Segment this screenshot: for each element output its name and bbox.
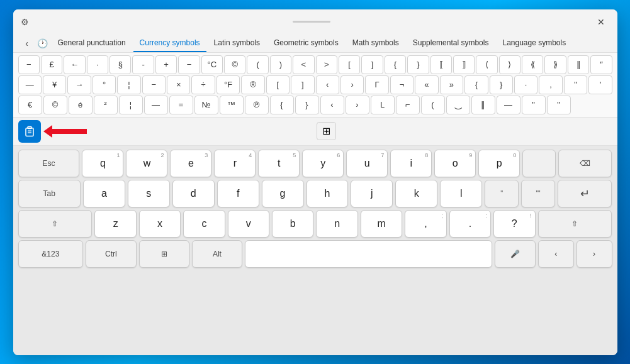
alt-key[interactable]: Alt	[192, 240, 242, 268]
sym-key[interactable]: [	[339, 55, 360, 74]
s-key[interactable]: s	[128, 180, 170, 207]
right-shift-key[interactable]: ⇧	[538, 210, 612, 238]
sym-key[interactable]: >	[316, 55, 337, 74]
sym-key[interactable]: ‐	[132, 55, 154, 74]
sym-key[interactable]: }	[490, 75, 513, 94]
sym-key[interactable]: —	[18, 75, 42, 94]
l-key[interactable]: l	[440, 180, 482, 207]
a-key[interactable]: a	[83, 180, 125, 207]
sym-key[interactable]: —	[144, 96, 168, 114]
p-key[interactable]: 0p	[478, 150, 520, 177]
windows-key[interactable]: ⊞	[139, 240, 189, 268]
tab-currency-symbols[interactable]: Currency symbols	[133, 35, 206, 52]
sym-key[interactable]: «	[415, 75, 438, 94]
sym-key[interactable]: <	[293, 55, 314, 74]
sym-key[interactable]: ‖	[568, 55, 589, 74]
sym-key[interactable]: (	[247, 55, 268, 74]
sym-key[interactable]: ‿	[446, 96, 470, 114]
tab-general-punctuation[interactable]: General punctuation	[52, 35, 132, 52]
mic-key[interactable]: 🎤	[495, 240, 536, 268]
sym-key[interactable]: }	[407, 55, 429, 74]
o-key[interactable]: 9o	[434, 150, 476, 177]
emoji-clipboard-button[interactable]	[18, 120, 41, 143]
g-key[interactable]: g	[262, 180, 304, 207]
sym-key[interactable]: ‹	[316, 75, 339, 94]
d-key[interactable]: d	[172, 180, 215, 207]
sym-key[interactable]: ⟫	[544, 55, 566, 74]
close-button[interactable]: ✕	[592, 13, 610, 31]
b-key[interactable]: b	[272, 210, 313, 238]
back-button[interactable]: ‹	[18, 35, 36, 52]
w-key[interactable]: 2w	[126, 150, 167, 177]
sym-key[interactable]: +	[155, 55, 177, 74]
period-key[interactable]: :.	[449, 210, 491, 238]
sym-key[interactable]: é	[69, 96, 93, 114]
esc-key[interactable]: Esc	[18, 150, 80, 177]
sym-key[interactable]: ←	[64, 55, 85, 74]
z-key[interactable]: z	[94, 210, 136, 238]
quote-key[interactable]: ''	[485, 180, 519, 207]
sym-key[interactable]: '	[588, 75, 612, 94]
sym-key[interactable]: ™	[220, 96, 244, 114]
sym-key[interactable]: ²	[94, 96, 118, 114]
sym-key[interactable]: ⟩	[499, 55, 520, 74]
sym-key[interactable]: ›	[346, 96, 369, 114]
sym-key[interactable]: )	[270, 55, 291, 74]
sym-key[interactable]: —	[497, 96, 520, 114]
y-key[interactable]: 6y	[302, 150, 344, 177]
space-key[interactable]	[245, 240, 492, 268]
enter-key[interactable]: ↵	[558, 180, 612, 207]
q-key[interactable]: 1q	[82, 150, 123, 177]
sym-key[interactable]: ®	[241, 75, 264, 94]
sym-key[interactable]: ⟧	[453, 55, 475, 74]
m-key[interactable]: m	[361, 210, 402, 238]
sym-key[interactable]: ×	[167, 75, 190, 94]
sym-key[interactable]: "	[522, 96, 546, 114]
f-key[interactable]: f	[217, 180, 259, 207]
sym-key[interactable]: €	[18, 96, 42, 114]
c-key[interactable]: c	[183, 210, 225, 238]
sym-key[interactable]: £	[41, 55, 62, 74]
clipboard-paste-button[interactable]: ⊞	[317, 122, 336, 140]
sym-key[interactable]: »	[440, 75, 463, 94]
sym-key[interactable]: −	[18, 55, 40, 74]
j-key[interactable]: j	[351, 180, 393, 207]
sym-key[interactable]: ©	[43, 96, 67, 114]
h-key[interactable]: h	[307, 180, 349, 207]
dquote-key[interactable]: ""	[521, 180, 555, 207]
sym-key[interactable]: [	[266, 75, 290, 94]
tab-key[interactable]: Tab	[18, 180, 81, 207]
sym-key[interactable]: §	[110, 55, 131, 74]
sym-key[interactable]: ″	[590, 55, 612, 74]
sym-key[interactable]: {	[385, 55, 406, 74]
v-key[interactable]: v	[228, 210, 269, 238]
sym-key[interactable]: ⟦	[430, 55, 452, 74]
tab-supplemental-symbols[interactable]: Supplemental symbols	[407, 35, 495, 52]
left-arrow-key[interactable]: ‹	[538, 240, 574, 268]
sym-key[interactable]: ¦	[117, 75, 140, 94]
sym-switch-key[interactable]: &123	[18, 240, 84, 268]
sym-key[interactable]: ⟪	[522, 55, 543, 74]
sym-key[interactable]: №	[194, 96, 218, 114]
sym-key[interactable]: ·	[87, 55, 108, 74]
t-key[interactable]: 5t	[258, 150, 300, 177]
sym-key[interactable]: °	[93, 75, 116, 94]
sym-key[interactable]: ℗	[245, 96, 269, 114]
sym-key[interactable]: {	[270, 96, 294, 114]
gear-icon[interactable]: ⚙	[21, 17, 31, 27]
sym-key[interactable]: ¦	[119, 96, 143, 114]
tab-latin-symbols[interactable]: Latin symbols	[208, 35, 266, 52]
n-key[interactable]: n	[316, 210, 357, 238]
i-key[interactable]: 8i	[390, 150, 432, 177]
sym-key[interactable]: ‖	[471, 96, 495, 114]
sym-key[interactable]: −	[142, 75, 166, 94]
backspace-key[interactable]: ⌫	[558, 150, 612, 177]
sym-key[interactable]: ©	[224, 55, 245, 74]
sym-key[interactable]: °C	[201, 55, 223, 74]
sym-key[interactable]: =	[169, 96, 193, 114]
x-key[interactable]: x	[139, 210, 181, 238]
sym-key[interactable]: {	[464, 75, 488, 94]
sym-key[interactable]: "	[547, 96, 571, 114]
extra-key[interactable]	[522, 150, 556, 177]
sym-key[interactable]: ⟨	[476, 55, 497, 74]
